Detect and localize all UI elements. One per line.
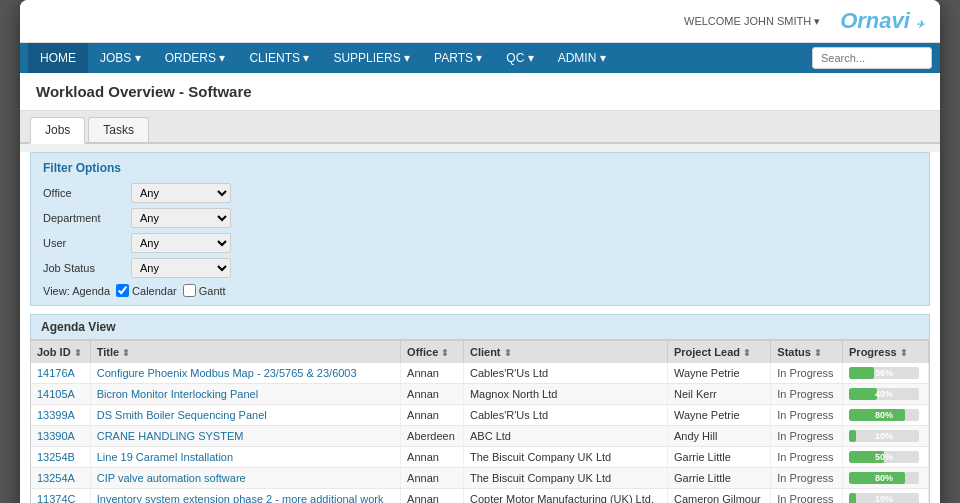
tab-tasks[interactable]: Tasks bbox=[88, 117, 149, 142]
cell-lead: Neil Kerr bbox=[667, 384, 770, 405]
progress-label: 50% bbox=[849, 451, 919, 463]
cell-office: Annan bbox=[401, 489, 464, 504]
col-header-client[interactable]: Client ⇕ bbox=[463, 341, 667, 363]
col-header-title[interactable]: Title ⇕ bbox=[90, 341, 400, 363]
progress-bar-container: 80% bbox=[849, 472, 919, 484]
job-title-link[interactable]: Bicron Monitor Interlocking Panel bbox=[97, 388, 258, 400]
cell-progress: 36% bbox=[843, 363, 929, 384]
nav-admin[interactable]: ADMIN ▾ bbox=[546, 43, 618, 73]
nav-parts[interactable]: PARTS ▾ bbox=[422, 43, 494, 73]
progress-bar-container: 50% bbox=[849, 451, 919, 463]
job-id-link[interactable]: 13254A bbox=[37, 472, 75, 484]
cell-title: Configure Phoenix Modbus Map - 23/5765 &… bbox=[90, 363, 400, 384]
view-gantt-label: Gantt bbox=[199, 285, 226, 297]
logo: Ornavi ✈ bbox=[840, 8, 924, 34]
nav-orders[interactable]: ORDERS ▾ bbox=[153, 43, 238, 73]
col-header-status[interactable]: Status ⇕ bbox=[771, 341, 843, 363]
job-id-link[interactable]: 11374C bbox=[37, 493, 76, 503]
col-header-jobid[interactable]: Job ID ⇕ bbox=[31, 341, 90, 363]
filter-office: Office Any bbox=[43, 183, 917, 203]
cell-status: In Progress bbox=[771, 363, 843, 384]
table-row: 13399A DS Smith Boiler Sequencing Panel … bbox=[31, 405, 929, 426]
filter-user: User Any bbox=[43, 233, 917, 253]
nav-home[interactable]: HOME bbox=[28, 43, 88, 73]
view-gantt-checkbox[interactable] bbox=[183, 284, 196, 297]
nav-clients[interactable]: CLIENTS ▾ bbox=[237, 43, 321, 73]
tab-jobs[interactable]: Jobs bbox=[30, 117, 85, 144]
cell-progress: 10% bbox=[843, 489, 929, 504]
filter-user-label: User bbox=[43, 237, 123, 249]
status-badge: In Progress bbox=[777, 472, 833, 484]
content-area: Filter Options Office Any Department Any… bbox=[20, 152, 940, 503]
cell-office: Annan bbox=[401, 363, 464, 384]
cell-office: Aberdeen bbox=[401, 426, 464, 447]
progress-bar-container: 10% bbox=[849, 493, 919, 503]
nav-suppliers[interactable]: SUPPLIERS ▾ bbox=[321, 43, 422, 73]
cell-lead: Garrie Little bbox=[667, 468, 770, 489]
job-title-link[interactable]: Configure Phoenix Modbus Map - 23/5765 &… bbox=[97, 367, 357, 379]
job-title-link[interactable]: Line 19 Caramel Installation bbox=[97, 451, 233, 463]
col-header-office[interactable]: Office ⇕ bbox=[401, 341, 464, 363]
job-id-link[interactable]: 13399A bbox=[37, 409, 75, 421]
cell-client: The Biscuit Company UK Ltd bbox=[463, 468, 667, 489]
col-header-progress[interactable]: Progress ⇕ bbox=[843, 341, 929, 363]
cell-status: In Progress bbox=[771, 384, 843, 405]
filter-jobstatus-select[interactable]: Any bbox=[131, 258, 231, 278]
col-header-lead[interactable]: Project Lead ⇕ bbox=[667, 341, 770, 363]
cell-lead: Andy Hill bbox=[667, 426, 770, 447]
table-row: 14105A Bicron Monitor Interlocking Panel… bbox=[31, 384, 929, 405]
cell-progress: 10% bbox=[843, 426, 929, 447]
search-input[interactable] bbox=[812, 47, 932, 69]
progress-label: 36% bbox=[849, 367, 919, 379]
filter-section: Filter Options Office Any Department Any… bbox=[30, 152, 930, 306]
cell-jobid: 14176A bbox=[31, 363, 90, 384]
cell-status: In Progress bbox=[771, 489, 843, 504]
progress-label: 40% bbox=[849, 388, 919, 400]
welcome-text: WELCOME JOHN SMITH ▾ bbox=[684, 15, 820, 28]
job-title-link[interactable]: Inventory system extension phase 2 - mor… bbox=[97, 493, 384, 503]
status-badge: In Progress bbox=[777, 388, 833, 400]
filter-department-select[interactable]: Any bbox=[131, 208, 231, 228]
view-calendar-option[interactable]: Calendar bbox=[116, 284, 177, 297]
cell-title: CIP valve automation software bbox=[90, 468, 400, 489]
filter-user-select[interactable]: Any bbox=[131, 233, 231, 253]
job-id-link[interactable]: 13254B bbox=[37, 451, 75, 463]
cell-status: In Progress bbox=[771, 468, 843, 489]
view-gantt-option[interactable]: Gantt bbox=[183, 284, 226, 297]
cell-jobid: 13254B bbox=[31, 447, 90, 468]
status-badge: In Progress bbox=[777, 367, 833, 379]
filter-jobstatus: Job Status Any bbox=[43, 258, 917, 278]
job-title-link[interactable]: CIP valve automation software bbox=[97, 472, 246, 484]
top-bar: WELCOME JOHN SMITH ▾ Ornavi ✈ bbox=[20, 0, 940, 43]
nav-qc[interactable]: QC ▾ bbox=[494, 43, 545, 73]
table-row: 13254A CIP valve automation software Ann… bbox=[31, 468, 929, 489]
table-row: 14176A Configure Phoenix Modbus Map - 23… bbox=[31, 363, 929, 384]
cell-jobid: 11374C bbox=[31, 489, 90, 504]
view-calendar-checkbox[interactable] bbox=[116, 284, 129, 297]
cell-progress: 40% bbox=[843, 384, 929, 405]
cell-progress: 50% bbox=[843, 447, 929, 468]
agenda-table-container: Job ID ⇕ Title ⇕ Office ⇕ Client ⇕ Proje bbox=[30, 340, 930, 503]
job-title-link[interactable]: DS Smith Boiler Sequencing Panel bbox=[97, 409, 267, 421]
cell-title: DS Smith Boiler Sequencing Panel bbox=[90, 405, 400, 426]
cell-title: Inventory system extension phase 2 - mor… bbox=[90, 489, 400, 504]
filter-office-label: Office bbox=[43, 187, 123, 199]
progress-bar-container: 40% bbox=[849, 388, 919, 400]
table-header-row: Job ID ⇕ Title ⇕ Office ⇕ Client ⇕ Proje bbox=[31, 341, 929, 363]
job-title-link[interactable]: CRANE HANDLING SYSTEM bbox=[97, 430, 244, 442]
nav-jobs[interactable]: JOBS ▾ bbox=[88, 43, 153, 73]
filter-office-select[interactable]: Any bbox=[131, 183, 231, 203]
cell-jobid: 13254A bbox=[31, 468, 90, 489]
job-id-link[interactable]: 14105A bbox=[37, 388, 75, 400]
filter-jobstatus-label: Job Status bbox=[43, 262, 123, 274]
status-badge: In Progress bbox=[777, 451, 833, 463]
cell-status: In Progress bbox=[771, 426, 843, 447]
progress-label: 10% bbox=[849, 493, 919, 503]
job-id-link[interactable]: 13390A bbox=[37, 430, 75, 442]
status-badge: In Progress bbox=[777, 493, 833, 503]
job-id-link[interactable]: 14176A bbox=[37, 367, 75, 379]
table-row: 13254B Line 19 Caramel Installation Anna… bbox=[31, 447, 929, 468]
agenda-table: Job ID ⇕ Title ⇕ Office ⇕ Client ⇕ Proje bbox=[31, 341, 929, 503]
cell-client: The Biscuit Company UK Ltd bbox=[463, 447, 667, 468]
progress-label: 10% bbox=[849, 430, 919, 442]
